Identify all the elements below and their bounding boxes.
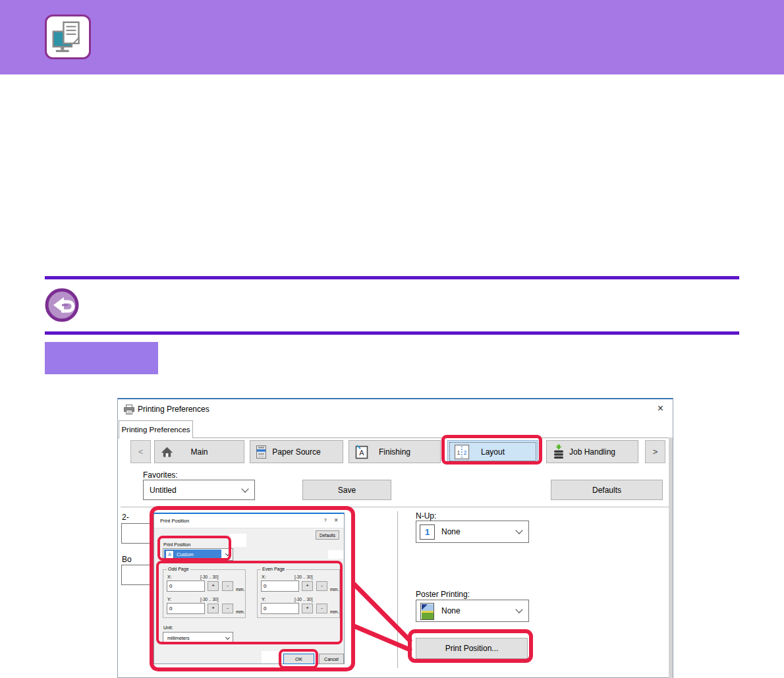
svg-text:A: A xyxy=(359,449,364,457)
poster-printing-value: None xyxy=(441,606,461,615)
tab-label: Main xyxy=(190,447,208,457)
two-sided-dropdown-partial[interactable] xyxy=(121,523,150,544)
tab-label: Paper Source xyxy=(272,447,320,457)
step-label-box xyxy=(45,342,158,374)
n-up-icon-digit: 1 xyxy=(425,527,430,537)
poster-printing-dropdown[interactable]: None xyxy=(416,600,529,622)
tab-paper-source[interactable]: Paper Source xyxy=(250,440,343,463)
even-x-input[interactable] xyxy=(261,580,299,592)
printing-overview-icon xyxy=(45,14,91,59)
odd-page-legend: Odd Page xyxy=(167,567,190,571)
chevron-down-icon xyxy=(225,551,230,555)
tab-label: Finishing xyxy=(379,447,410,457)
print-position-select-value: Custom xyxy=(177,551,194,557)
unit-value: millimeters xyxy=(167,636,189,640)
unit-label: Unit: xyxy=(163,625,173,630)
home-icon xyxy=(161,446,173,458)
x-unit: mm. xyxy=(236,587,245,592)
n-up-dropdown[interactable]: 1 None xyxy=(416,521,529,543)
print-position-button[interactable]: Print Position... xyxy=(416,638,528,659)
odd-y-input[interactable] xyxy=(167,603,205,614)
cancel-button[interactable]: Cancel xyxy=(319,654,344,664)
x-unit: mm. xyxy=(330,587,339,592)
n-up-none-icon: 1 xyxy=(420,524,435,540)
layout-1-2-icon: 1 2 xyxy=(454,444,470,460)
even-page-legend: Even Page xyxy=(261,567,286,571)
custom-position-icon: A xyxy=(165,550,174,559)
save-button-label: Save xyxy=(338,486,356,495)
x-label: X: xyxy=(262,575,266,579)
column-divider xyxy=(397,511,398,668)
monitor-document-glyph xyxy=(49,18,87,55)
page-root: Printing Preferences × Printing Preferen… xyxy=(0,0,784,678)
chevron-down-icon xyxy=(515,606,522,613)
subdialog-defaults-button[interactable]: Defaults xyxy=(316,530,339,540)
back-arrow-icon xyxy=(45,288,79,322)
favorites-value: Untitled xyxy=(150,486,177,495)
close-icon[interactable]: × xyxy=(334,517,338,524)
chevron-right-glyph: > xyxy=(653,447,658,457)
even-y-input[interactable] xyxy=(261,603,299,614)
tab-layout[interactable]: 1 2 Layout xyxy=(447,440,538,463)
ok-button[interactable]: OK xyxy=(283,654,314,664)
y-range: [-30 .. 30] xyxy=(200,597,218,602)
chevron-down-icon xyxy=(241,485,248,492)
even-x-increment-button[interactable]: + xyxy=(302,581,313,591)
tab-label: Layout xyxy=(481,447,505,457)
n-up-value: None xyxy=(441,527,461,536)
y-range: [-30 .. 30] xyxy=(294,597,312,602)
odd-y-decrement-button[interactable]: - xyxy=(222,604,233,613)
help-icon[interactable]: ? xyxy=(324,517,327,523)
close-icon[interactable]: × xyxy=(658,402,663,415)
tab-label: Job Handling xyxy=(569,447,615,457)
favorites-dropdown[interactable]: Untitled xyxy=(143,480,255,500)
print-position-select-label: Print Position xyxy=(163,542,190,547)
tab-job-handling[interactable]: Job Handling xyxy=(546,440,638,463)
odd-x-increment-button[interactable]: + xyxy=(208,581,219,591)
masked-area xyxy=(262,651,280,664)
y-unit: mm. xyxy=(236,609,245,614)
odd-x-decrement-button[interactable]: - xyxy=(222,581,233,591)
tab-finishing[interactable]: A Finishing xyxy=(349,440,441,463)
booklet-label-partial: Bo xyxy=(122,555,132,564)
print-position-select[interactable]: A Custom xyxy=(163,548,233,561)
n-up-label: N-Up: xyxy=(416,511,436,521)
booklet-dropdown-partial[interactable] xyxy=(121,565,150,585)
odd-x-input[interactable] xyxy=(167,580,205,592)
x-label: X: xyxy=(167,575,172,579)
poster-printing-label: Poster Printing: xyxy=(416,590,470,599)
even-x-decrement-button[interactable]: - xyxy=(316,581,327,591)
unit-dropdown[interactable]: millimeters xyxy=(163,632,233,644)
section-divider-top xyxy=(45,276,739,279)
tab-main[interactable]: Main xyxy=(154,440,244,463)
poster-none-icon xyxy=(420,603,434,620)
svg-text:2: 2 xyxy=(463,449,466,456)
y-label: Y: xyxy=(167,597,171,602)
content-separator xyxy=(121,507,671,507)
even-y-increment-button[interactable]: + xyxy=(302,604,313,613)
odd-y-increment-button[interactable]: + xyxy=(208,604,219,613)
tab-strip-baseline xyxy=(118,438,673,438)
svg-text:1: 1 xyxy=(457,449,460,456)
right-edge-strip xyxy=(669,438,673,678)
save-button[interactable]: Save xyxy=(302,480,391,500)
two-sided-printing-label-partial: 2- xyxy=(122,513,129,522)
page-header-banner xyxy=(0,0,784,74)
back-button[interactable] xyxy=(45,288,79,322)
chevron-left-glyph: < xyxy=(138,447,144,457)
section-divider-bottom xyxy=(45,331,739,335)
print-position-dialog: Print Position ? × Defaults Print Positi… xyxy=(154,513,345,664)
x-range: [-30 .. 30] xyxy=(200,575,218,579)
job-handling-icon xyxy=(553,444,565,459)
defaults-button[interactable]: Defaults xyxy=(551,480,663,500)
tab-scroll-left-button[interactable]: < xyxy=(130,440,151,463)
favorites-label: Favorites: xyxy=(143,470,178,480)
tab-scroll-right-button[interactable]: > xyxy=(645,440,665,463)
print-position-button-label: Print Position... xyxy=(445,644,499,653)
tab-printing-preferences[interactable]: Printing Preferences xyxy=(119,420,193,438)
even-y-decrement-button[interactable]: - xyxy=(316,604,327,613)
print-position-titlebar: Print Position ? × xyxy=(154,514,344,528)
masked-area xyxy=(230,534,246,547)
dialog-titlebar: Printing Preferences × xyxy=(118,399,673,419)
copier-icon xyxy=(256,445,266,459)
